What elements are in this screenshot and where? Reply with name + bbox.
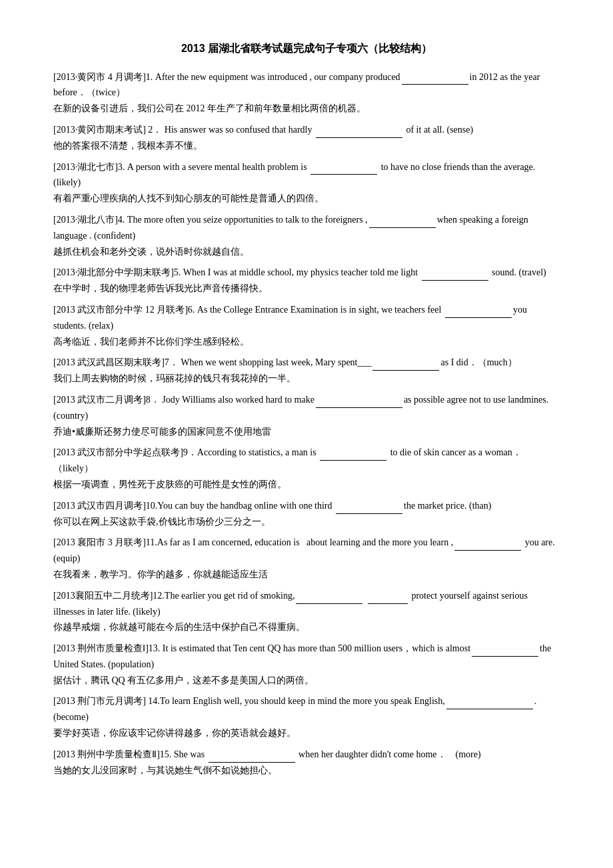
blank-11 [454,550,521,551]
blank-12b [368,603,408,604]
entry-5-text: [2013·湖北部分中学期末联考]5. When I was at middle… [53,265,560,281]
entry-2-translation: 他的答案很不清楚，我根本弄不懂。 [53,138,560,154]
entry-5: [2013·湖北部分中学期末联考]5. When I was at middle… [53,265,560,297]
entry-6-translation: 高考临近，我们老师并不比你们学生感到轻松。 [53,334,560,350]
blank-9 [320,460,386,461]
blank-14 [446,709,533,709]
entry-2-text: [2013·黄冈市期末考试] 2． His answer was so conf… [53,122,560,138]
entry-15-text: [2013 荆州中学质量检查Ⅱ]15. She was when her dau… [53,747,560,763]
entry-13-text: [2013 荆州市质量检查Ⅰ]13. It is estimated that … [53,641,560,673]
content-area: [2013·黄冈市 4 月调考]1. After the new equipme… [53,69,560,779]
entry-7-text: [2013 武汉武昌区期末联考]7． When we went shopping… [53,355,560,371]
blank-7 [372,370,439,371]
entry-11: [2013 襄阳市 3 月联考]11.As far as I am concer… [53,535,560,582]
entry-2: [2013·黄冈市期末考试] 2． His answer was so conf… [53,122,560,154]
entry-1: [2013·黄冈市 4 月调考]1. After the new equipme… [53,69,560,117]
blank-3 [310,174,377,175]
entry-8-translation: 乔迪•威廉斯还努力使尽可能多的国家同意不使用地雷 [53,424,560,440]
blank-4 [369,227,436,228]
entry-6-text: [2013 武汉市部分中学 12 月联考]6. As the College E… [53,302,560,334]
entry-15: [2013 荆州中学质量检查Ⅱ]15. She was when her dau… [53,747,560,779]
entry-8-text: [2013 武汉市二月调考]8． Jody Williams also work… [53,392,560,424]
entry-6: [2013 武汉市部分中学 12 月联考]6. As the College E… [53,302,560,349]
entry-3-translation: 有着严重心理疾病的人找不到知心朋友的可能性是普通人的四倍。 [53,191,560,207]
page-title: 2013 届湖北省联考试题完成句子专项六（比较结构） [53,40,560,57]
entry-4: [2013·湖北八市]4. The more often you seize o… [53,212,560,259]
entry-12: [2013襄阳五中二月统考]12.The earlier you get rid… [53,588,560,635]
blank-6 [445,317,512,318]
blank-13 [472,656,538,657]
entry-10-text: [2013 武汉市四月调考]10.You can buy the handbag… [53,498,560,514]
entry-14: [2013 荆门市元月调考] 14.To learn English well,… [53,693,560,741]
entry-10: [2013 武汉市四月调考]10.You can buy the handbag… [53,498,560,530]
entry-4-text: [2013·湖北八市]4. The more often you seize o… [53,212,560,244]
entry-7: [2013 武汉武昌区期末联考]7． When we went shopping… [53,355,560,387]
entry-9: [2013 武汉市部分中学起点联考]9．According to statist… [53,445,560,492]
entry-7-translation: 我们上周去购物的时候，玛丽花掉的钱只有我花掉的一半。 [53,371,560,387]
entry-12-text: [2013襄阳五中二月统考]12.The earlier you get rid… [53,588,560,620]
entry-9-text: [2013 武汉市部分中学起点联考]9．According to statist… [53,445,560,477]
entry-14-translation: 要学好英语，你应该牢记你讲得越多，你的英语就会越好。 [53,725,560,741]
entry-1-translation: 在新的设备引进后，我们公司在 2012 年生产了和前年数量相比两倍的机器。 [53,101,560,117]
entry-15-translation: 当她的女儿没回家时，与其说她生气倒不如说她担心。 [53,763,560,779]
blank-10 [336,513,402,514]
entry-11-translation: 在我看来，教学习。你学的越多，你就越能适应生活 [53,567,560,583]
blank-2 [316,137,402,138]
entry-13: [2013 荆州市质量检查Ⅰ]13. It is estimated that … [53,641,560,688]
blank-12a [296,603,362,604]
entry-4-translation: 越抓住机会和老外交谈，说外语时你就越自信。 [53,244,560,260]
entry-13-translation: 据估计，腾讯 QQ 有五亿多用户，这差不多是美国人口的两倍。 [53,673,560,689]
entry-11-text: [2013 襄阳市 3 月联考]11.As far as I am concer… [53,535,560,567]
entry-9-translation: 根据一项调查，男性死于皮肤癌的可能性是女性的两倍。 [53,477,560,493]
entry-3: [2013·湖北七市]3. A person with a severe men… [53,159,560,207]
blank-8 [316,407,402,408]
entry-14-text: [2013 荆门市元月调考] 14.To learn English well,… [53,693,560,725]
entry-8: [2013 武汉市二月调考]8． Jody Williams also work… [53,392,560,439]
entry-3-text: [2013·湖北七市]3. A person with a severe men… [53,159,560,191]
entry-10-translation: 你可以在网上买这款手袋,价钱比市场价少三分之一。 [53,514,560,530]
blank-5 [422,280,488,281]
entry-5-translation: 在中学时，我的物理老师告诉我光比声音传播得快。 [53,281,560,297]
entry-1-text: [2013·黄冈市 4 月调考]1. After the new equipme… [53,69,560,101]
entry-12-translation: 你越早戒烟，你就越可能在今后的生活中保护自己不得重病。 [53,619,560,635]
blank-1 [402,84,468,85]
